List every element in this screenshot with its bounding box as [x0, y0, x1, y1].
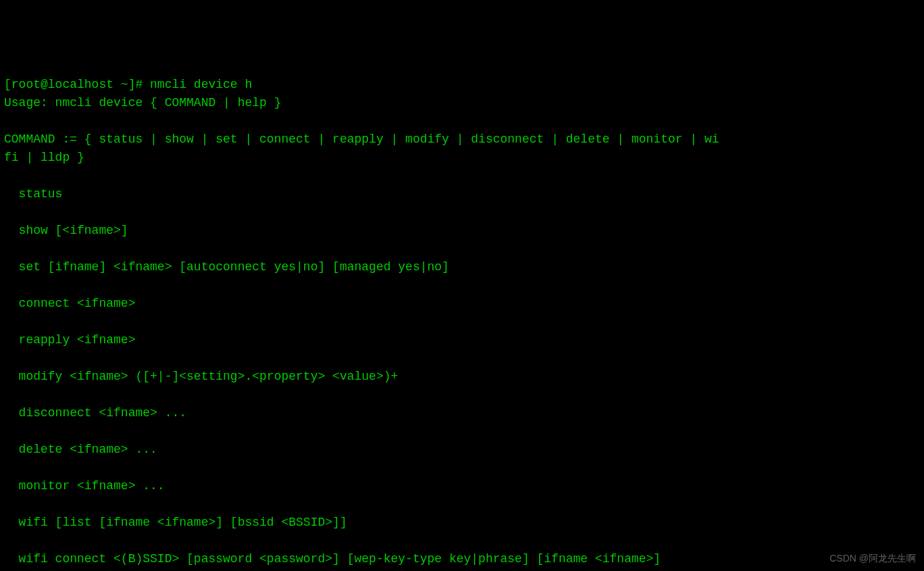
terminal-line: fi | lldp }: [4, 151, 84, 164]
terminal-line: [root@localhost ~]# nmcli device h: [4, 78, 252, 91]
terminal-line: set [ifname] <ifname> [autoconnect yes|n…: [4, 260, 449, 274]
terminal-line: monitor <ifname> ...: [4, 479, 165, 493]
terminal-line: Usage: nmcli device { COMMAND | help }: [4, 96, 281, 109]
terminal-line: show [<ifname>]: [4, 224, 128, 237]
terminal-line: connect <ifname>: [4, 297, 135, 310]
terminal-line: wifi connect <(B)SSID> [password <passwo…: [4, 552, 661, 566]
terminal-line: COMMAND := { status | show | set | conne…: [4, 132, 719, 146]
terminal-line: status: [4, 187, 62, 201]
watermark-text: CSDN @阿龙先生啊: [829, 551, 916, 566]
terminal-line: delete <ifname> ...: [4, 443, 157, 456]
terminal-line: modify <ifname> ([+|-]<setting>.<propert…: [4, 370, 398, 383]
terminal-line: wifi [list [ifname <ifname>] [bssid <BSS…: [4, 516, 347, 529]
terminal-line: reapply <ifname>: [4, 333, 135, 347]
terminal-output: [root@localhost ~]# nmcli device h Usage…: [4, 76, 920, 571]
terminal-line: disconnect <ifname> ...: [4, 406, 186, 420]
